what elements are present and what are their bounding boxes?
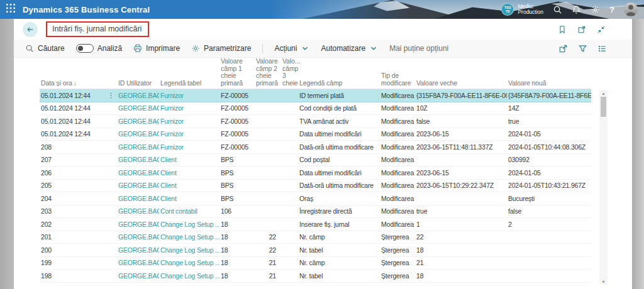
cell-old-value: 18 (415, 272, 507, 280)
column-header-pk3[interactable]: Valo... câmp 3 cheie (281, 58, 298, 90)
cell-new-value: 030992 (507, 156, 591, 163)
cell-table-caption[interactable]: Change Log Setup ... (159, 233, 219, 241)
cell-field-caption: Data ultimei modificări (298, 130, 380, 138)
cell-field-caption: Inserare fiș. jurnal (298, 221, 380, 228)
table-row[interactable]: 199GEORGE.BACIUChange Log Setup ...1821N… (40, 257, 591, 270)
cell-user-id[interactable]: GEORGE.BACIU (117, 233, 159, 241)
cell-user-id[interactable]: GEORGE.BACIU (117, 169, 159, 177)
cell-change-type: Modificarea (380, 104, 415, 112)
column-header-old-value[interactable]: Valoare veche (415, 58, 507, 90)
column-header-table-caption[interactable]: Legendă tabel (159, 58, 219, 90)
cell-field-caption: Nr. tabel (298, 272, 380, 280)
table-row[interactable]: 05.01.2024 12:44GEORGE.BACIUFurnizorFZ-0… (40, 115, 591, 128)
cell-user-id[interactable]: GEORGE.BACIU (117, 246, 159, 254)
collapse-page-icon[interactable] (597, 25, 606, 34)
cell-field-caption: Oraș (298, 195, 380, 202)
cell-table-caption[interactable]: Change Log Setup ... (159, 221, 219, 228)
table-row[interactable]: 201GEORGE.BACIUChange Log Setup ...1822N… (40, 231, 591, 244)
table-row[interactable]: 207GEORGE.BACIUClientBPSCod poștalModifi… (40, 154, 591, 167)
cell-datetime: 199 (40, 259, 105, 266)
cell-table-caption[interactable]: Change Log Setup ... (159, 259, 219, 266)
cell-table-caption[interactable]: Client (159, 195, 219, 202)
cell-table-caption[interactable]: Furnizor (159, 117, 219, 125)
cell-table-caption[interactable]: Change Log Setup ... (159, 246, 219, 254)
column-header-new-value[interactable]: Valoare nouă (507, 58, 591, 90)
cell-table-caption[interactable]: Furnizor (159, 104, 219, 112)
row-menu-icon[interactable]: ⋮ (105, 92, 117, 99)
setup-command[interactable]: Parametrizare (191, 44, 251, 53)
cell-pk1: 106 (219, 207, 255, 215)
cell-user-id[interactable]: GEORGE.BACIU (117, 221, 159, 228)
actions-menu[interactable]: Acțiuni (274, 44, 309, 53)
search-command[interactable]: Căutare (25, 44, 65, 53)
cell-datetime: 200 (40, 246, 105, 254)
bookmark-icon[interactable] (558, 25, 567, 34)
analyze-toggle[interactable]: Analiză (76, 44, 122, 53)
table-row[interactable]: 05.01.2024 12:44GEORGE.BACIUFurnizorFZ-0… (40, 102, 591, 116)
cell-user-id[interactable]: GEORGE.BACIU (117, 130, 159, 138)
help-icon[interactable]: ? (609, 5, 614, 14)
cell-change-type: Modificarea (380, 221, 415, 228)
share-icon[interactable] (558, 44, 568, 53)
notifications-bell-icon[interactable] (572, 5, 581, 14)
cell-table-caption[interactable]: Client (159, 156, 219, 163)
cell-user-id[interactable]: GEORGE.BACIU (117, 117, 159, 125)
cell-user-id[interactable]: GEORGE.BACIU (117, 156, 159, 163)
cell-user-id[interactable]: GEORGE.BACIU (117, 182, 159, 189)
cell-datetime: 204 (40, 195, 105, 202)
table-row[interactable]: 05.01.2024 12:44GEORGE.BACIUFurnizorFZ-0… (40, 128, 591, 141)
settings-gear-icon[interactable] (591, 5, 600, 14)
fewer-options-button[interactable]: Mai puține opțiuni (389, 44, 448, 53)
cell-user-id[interactable]: GEORGE.BACIU (117, 92, 159, 99)
cell-field-caption: Dată-oră ultima modificare (298, 182, 380, 189)
cell-pk1: BPS (219, 195, 255, 202)
cell-user-id[interactable]: GEORGE.BACIU (117, 259, 159, 266)
window-edge-left (0, 19, 14, 289)
column-header-datetime[interactable]: Data și ora↓ (40, 58, 117, 90)
table-row[interactable]: 205GEORGE.BACIUClientBPSDată-oră ultima … (40, 180, 591, 193)
print-command[interactable]: Imprimare (133, 44, 180, 53)
cell-new-value: 2024-01-05 (507, 169, 591, 177)
cell-old-value: {315F8A79-F00A-EE11-8F6E-00... (415, 92, 507, 99)
scroll-up-icon[interactable]: ▲ (601, 90, 605, 96)
column-header-field-caption[interactable]: Legendă câmp (298, 58, 380, 90)
toggle-off-icon[interactable] (76, 44, 94, 53)
column-header-pk1[interactable]: Valoare câmp 1 cheie primară (219, 58, 255, 90)
column-header-pk2[interactable]: Valoare câmp 2 cheie primară (255, 58, 281, 90)
cell-user-id[interactable]: GEORGE.BACIU (117, 143, 159, 151)
cell-user-id[interactable]: GEORGE.BACIU (117, 272, 159, 280)
filter-icon[interactable] (578, 44, 587, 53)
app-launcher-waffle-icon[interactable] (6, 4, 15, 15)
vertical-scrollbar[interactable]: ▲ ▼ (599, 90, 608, 285)
table-row[interactable]: 206GEORGE.BACIUClientBPSData ultimei mod… (40, 166, 591, 180)
user-avatar[interactable] (624, 3, 638, 16)
brand-title[interactable]: Dynamics 365 Business Central (23, 5, 150, 14)
cell-table-caption[interactable]: Furnizor (159, 143, 219, 151)
cell-table-caption[interactable]: Furnizor (159, 92, 219, 99)
back-button[interactable] (23, 22, 38, 37)
cell-user-id[interactable]: GEORGE.BACIU (117, 207, 159, 215)
cell-table-caption[interactable]: Client (159, 182, 219, 189)
table-row[interactable]: 204GEORGE.BACIUClientBPSOrașModificareaB… (40, 192, 591, 205)
table-row[interactable]: 208GEORGE.BACIUFurnizorFZ-00005Dată-oră … (40, 141, 591, 154)
global-search-icon[interactable] (553, 5, 562, 14)
scroll-down-icon[interactable]: ▼ (601, 278, 605, 285)
column-header-user-id[interactable]: ID Utilizator (117, 58, 159, 90)
cell-user-id[interactable]: GEORGE.BACIU (117, 195, 159, 202)
table-row[interactable]: 198GEORGE.BACIUChange Log Setup ...1821N… (40, 270, 591, 283)
table-row[interactable]: 200GEORGE.BACIUChange Log Setup ...1822N… (40, 244, 591, 257)
column-header-change-type[interactable]: Tip de modificare (380, 58, 415, 90)
table-row[interactable]: 203GEORGE.BACIUCont contabil106Înregistr… (40, 205, 591, 219)
automate-menu[interactable]: Automatizare (321, 44, 378, 53)
scrollbar-thumb[interactable] (601, 97, 606, 117)
open-in-new-window-icon[interactable] (577, 25, 586, 34)
cell-user-id[interactable]: GEORGE.BACIU (117, 104, 159, 112)
table-row[interactable]: 202GEORGE.BACIUChange Log Setup ...18Ins… (40, 218, 591, 231)
choose-columns-icon[interactable] (597, 44, 607, 53)
cell-table-caption[interactable]: Change Log Setup ... (159, 272, 219, 280)
environment-badge[interactable]: TESTE Mediu: Production (501, 3, 543, 16)
cell-table-caption[interactable]: Cont contabil (159, 207, 219, 215)
table-row-selected[interactable]: 05.01.2024 12:44⋮GEORGE.BACIUFurnizorFZ-… (40, 89, 591, 102)
cell-table-caption[interactable]: Client (159, 169, 219, 177)
cell-table-caption[interactable]: Furnizor (159, 130, 219, 138)
